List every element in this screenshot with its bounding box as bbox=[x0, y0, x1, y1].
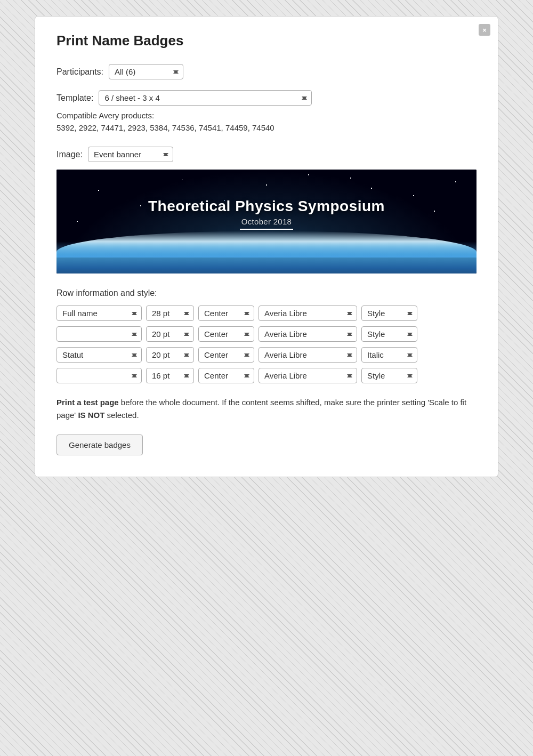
row3-style-select[interactable]: StyleBoldItalicBold Italic bbox=[361, 347, 417, 363]
banner-glow bbox=[56, 242, 477, 258]
row1-field-select[interactable]: Full name Last name First name Statut Em… bbox=[56, 305, 142, 321]
compatible-avery-section: Compatible Avery products: 5392, 2922, 7… bbox=[56, 110, 477, 134]
banner-title: Theoretical Physics Symposium bbox=[148, 198, 385, 215]
print-name-badges-dialog: × Print Name Badges Participants: All (6… bbox=[35, 16, 498, 477]
template-row: Template: 6 / sheet - 3 x 4 10 / sheet -… bbox=[56, 90, 477, 106]
row2-font-select[interactable]: Averia LibreArialTimes New Roman bbox=[259, 326, 357, 342]
banner-preview: Theoretical Physics Symposium October 20… bbox=[56, 170, 477, 274]
print-notice: Print a test page before the whole docum… bbox=[56, 396, 477, 422]
row-info-label: Row information and style: bbox=[56, 288, 477, 298]
participants-label: Participants: bbox=[56, 67, 103, 77]
row2-align-select[interactable]: LeftCenterRight bbox=[198, 326, 254, 342]
row2-field-select[interactable]: Full nameLast nameFirst name StatutEmail bbox=[56, 326, 142, 342]
print-notice-text-end: selected. bbox=[104, 411, 139, 420]
row4-font-select[interactable]: Averia LibreArialTimes New Roman bbox=[259, 368, 357, 383]
compatible-avery-products: 5392, 2922, 74471, 2923, 5384, 74536, 74… bbox=[56, 122, 477, 134]
row4-align-select[interactable]: LeftCenterRight bbox=[198, 368, 254, 383]
row1-align-select[interactable]: LeftCenterRight bbox=[198, 305, 254, 321]
row3-align-select[interactable]: LeftCenterRight bbox=[198, 347, 254, 363]
row-4: Full nameLast nameFirst name StatutEmail… bbox=[56, 368, 477, 383]
row1-size-select[interactable]: 8 pt10 pt12 pt14 pt 16 pt18 pt20 pt24 pt… bbox=[146, 305, 194, 321]
banner-text-container: Theoretical Physics Symposium October 20… bbox=[148, 198, 385, 230]
row-3: Full nameLast nameFirst name StatutEmail… bbox=[56, 347, 477, 363]
participants-select[interactable]: All (6) Selected bbox=[109, 64, 183, 79]
image-select[interactable]: Event banner None Custom bbox=[88, 147, 173, 162]
row4-style-select[interactable]: StyleBoldItalicBold Italic bbox=[361, 368, 417, 383]
banner-underline bbox=[240, 229, 293, 230]
print-notice-bold-start: Print a test page bbox=[56, 398, 119, 407]
participants-row: Participants: All (6) Selected bbox=[56, 64, 477, 79]
row1-style-select[interactable]: StyleBoldItalicBold Italic bbox=[361, 305, 417, 321]
row-2: Full nameLast nameFirst name StatutEmail… bbox=[56, 326, 477, 342]
image-label: Image: bbox=[56, 150, 83, 159]
print-notice-bold-end: IS NOT bbox=[78, 411, 104, 420]
template-label: Template: bbox=[56, 93, 93, 103]
image-row: Image: Event banner None Custom bbox=[56, 147, 477, 162]
row4-size-select[interactable]: 8 pt10 pt12 pt14 pt 16 pt18 pt20 pt24 pt… bbox=[146, 368, 194, 383]
template-select[interactable]: 6 / sheet - 3 x 4 10 / sheet - 2 x 5 4 /… bbox=[99, 90, 312, 106]
row3-font-select[interactable]: Averia LibreArialTimes New Roman bbox=[259, 347, 357, 363]
banner-subtitle: October 2018 bbox=[148, 217, 385, 226]
row2-style-select[interactable]: StyleBoldItalicBold Italic bbox=[361, 326, 417, 342]
generate-badges-button[interactable]: Generate badges bbox=[56, 435, 143, 455]
dialog-title: Print Name Badges bbox=[56, 33, 477, 49]
row-1: Full name Last name First name Statut Em… bbox=[56, 305, 477, 321]
row3-field-select[interactable]: Full nameLast nameFirst name StatutEmail bbox=[56, 347, 142, 363]
compatible-avery-label: Compatible Avery products: bbox=[56, 110, 477, 122]
close-button[interactable]: × bbox=[479, 24, 490, 36]
row4-field-select[interactable]: Full nameLast nameFirst name StatutEmail bbox=[56, 368, 142, 383]
row3-size-select[interactable]: 8 pt10 pt12 pt14 pt 16 pt18 pt20 pt24 pt… bbox=[146, 347, 194, 363]
row2-size-select[interactable]: 8 pt10 pt12 pt14 pt 16 pt18 pt20 pt24 pt… bbox=[146, 326, 194, 342]
row1-font-select[interactable]: Averia LibreArialTimes New Roman bbox=[259, 305, 357, 321]
